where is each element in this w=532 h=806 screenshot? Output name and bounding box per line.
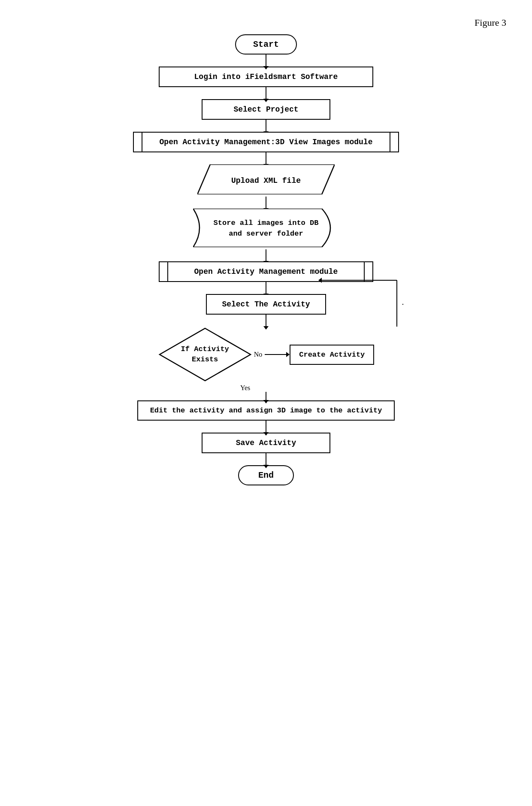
store-images-label: Store all images into DB and server fold…	[214, 218, 319, 239]
store-images-node: Store all images into DB and server fold…	[193, 209, 339, 249]
diamond-label: If Activity Exists	[181, 344, 229, 365]
no-arrow-head	[286, 352, 290, 357]
arrow-2	[266, 87, 266, 99]
arrow-6	[266, 249, 266, 261]
arrow-4	[266, 152, 266, 164]
upload-xml-node: Upload XML file	[197, 164, 335, 197]
arrow-1	[266, 55, 266, 67]
arrow-9	[266, 392, 266, 400]
select-project-node: Select Project	[202, 99, 330, 120]
login-node: Login into iFieldsmart Software	[159, 67, 373, 87]
select-activity-node: Select The Activity	[206, 294, 326, 315]
save-activity-node: Save Activity	[202, 433, 330, 453]
end-node: End	[238, 465, 294, 485]
diamond-node: If Activity Exists	[158, 327, 252, 382]
arrow-3	[266, 120, 266, 132]
decision-row: If Activity Exists No Create Activity	[116, 327, 416, 382]
yes-label: Yes	[227, 382, 250, 392]
arrow-10	[266, 421, 266, 433]
no-branch: No Create Activity	[254, 345, 375, 365]
open-activity-3d-node: Open Activity Management:3D View Images …	[133, 132, 399, 152]
edit-activity-node: Edit the activity and assign 3D image to…	[137, 400, 395, 421]
yes-branch: Yes	[219, 382, 313, 392]
start-node: Start	[235, 34, 297, 55]
arrow-7	[266, 282, 266, 294]
figure-label: Figure 3	[475, 17, 506, 28]
select-activity-row: Select The Activity	[116, 294, 416, 315]
arrow-11	[266, 453, 266, 465]
arrow-8	[266, 315, 266, 327]
no-arrow-line	[265, 354, 286, 355]
upload-xml-label: Upload XML file	[231, 176, 301, 185]
open-activity-mgmt-node: Open Activity Management module	[159, 261, 373, 282]
flowchart: Start Login into iFieldsmart Software Se…	[0, 34, 532, 485]
feedback-arrow-incoming	[402, 304, 403, 305]
create-activity-node: Create Activity	[290, 345, 374, 365]
arrow-5	[266, 197, 266, 209]
no-label: No	[254, 351, 263, 358]
